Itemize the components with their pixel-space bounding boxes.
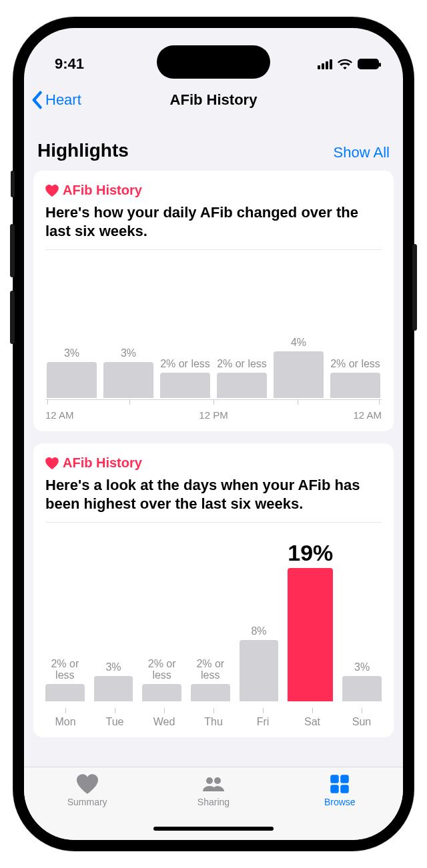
bar-value-label: 4% — [291, 337, 306, 349]
axis-tick-label: Tue — [106, 716, 124, 728]
svg-rect-3 — [341, 775, 350, 783]
back-label: Heart — [45, 91, 81, 109]
bar-highlight — [288, 568, 333, 701]
dynamic-island — [157, 45, 270, 79]
svg-rect-4 — [331, 785, 340, 793]
people-icon — [203, 774, 224, 794]
bar-value-label: 8% — [251, 625, 266, 637]
status-time: 9:41 — [55, 55, 84, 73]
bar-value-label: 2% or less — [160, 358, 210, 370]
volume-up-button — [10, 224, 15, 277]
bar — [94, 676, 133, 701]
x-axis: 12 AM 12 PM 12 AM — [45, 399, 382, 422]
bar — [274, 351, 324, 398]
axis-tick-label: Sat — [304, 716, 320, 728]
svg-rect-5 — [341, 785, 350, 793]
bar — [191, 684, 230, 701]
bar — [330, 373, 380, 398]
axis-tick-label: Thu — [204, 716, 223, 728]
bar-value-label-highlight: 19% — [288, 541, 333, 565]
tab-label: Sharing — [197, 797, 230, 807]
bar — [217, 373, 267, 398]
axis-tick-label: 12 AM — [45, 409, 74, 422]
bar-value-label: 2% or less — [191, 658, 230, 681]
tab-summary[interactable]: Summary — [24, 774, 150, 840]
power-button — [412, 244, 417, 331]
axis-tick-label: Wed — [153, 716, 175, 728]
tab-label: Browse — [324, 797, 356, 807]
bar — [142, 684, 181, 701]
bar — [103, 362, 153, 398]
svg-rect-2 — [331, 775, 340, 783]
bar — [47, 362, 97, 398]
heart-icon — [45, 185, 59, 197]
card-category-label: AFib History — [63, 455, 142, 471]
bar — [160, 373, 210, 398]
wifi-icon — [338, 58, 352, 70]
x-axis: Mon Tue Wed Thu Fri Sat Sun — [45, 708, 382, 728]
content-area: Highlights Show All AFib History Here's … — [24, 119, 403, 737]
axis-tick-label: 12 PM — [199, 409, 228, 421]
tab-browse[interactable]: Browse — [277, 774, 403, 840]
card-description: Here's a look at the days when your AFib… — [45, 476, 382, 523]
home-indicator — [153, 827, 274, 831]
highlight-card-daily[interactable]: AFib History Here's how your daily AFib … — [33, 171, 394, 431]
bar-value-label: 2% or less — [217, 358, 267, 370]
bar-value-label: 3% — [64, 347, 79, 359]
bar — [45, 684, 85, 701]
section-title: Highlights — [37, 140, 129, 161]
svg-point-1 — [214, 777, 221, 784]
cellular-icon — [318, 59, 332, 69]
svg-point-0 — [206, 777, 213, 784]
mute-switch — [11, 171, 15, 197]
navigation-bar: Heart AFib History — [24, 81, 403, 119]
tab-label: Summary — [67, 797, 107, 807]
heart-icon — [77, 774, 98, 794]
card-category: AFib History — [45, 455, 382, 471]
chart-bars: 2% or less 3% 2% or less — [45, 535, 382, 701]
bar-value-label: 2% or less — [45, 658, 85, 681]
battery-icon — [358, 59, 379, 69]
back-button[interactable]: Heart — [31, 81, 81, 119]
chart-bars: 3% 3% 2% or less — [45, 278, 382, 398]
axis-tick-label: 12 AM — [353, 409, 382, 422]
highlight-card-weekday[interactable]: AFib History Here's a look at the days w… — [33, 443, 394, 737]
iphone-frame: 9:41 Heart — [13, 17, 414, 851]
afib-weekday-chart: 2% or less 3% 2% or less — [45, 528, 382, 728]
afib-daily-chart: 3% 3% 2% or less — [45, 255, 382, 422]
chevron-left-icon — [31, 91, 43, 109]
volume-down-button — [10, 291, 15, 344]
bar-value-label: 3% — [121, 347, 136, 359]
bar — [240, 640, 279, 701]
card-category-label: AFib History — [63, 183, 142, 198]
bar-value-label: 2% or less — [330, 358, 380, 370]
card-category: AFib History — [45, 183, 382, 198]
bar-value-label: 2% or less — [142, 658, 181, 681]
page-title: AFib History — [170, 91, 258, 109]
bar — [342, 676, 382, 701]
heart-icon — [45, 457, 59, 469]
axis-tick-label: Sun — [352, 716, 371, 728]
grid-icon — [329, 774, 350, 794]
axis-tick-label: Fri — [257, 716, 270, 728]
card-description: Here's how your daily AFib changed over … — [45, 203, 382, 250]
show-all-button[interactable]: Show All — [334, 144, 390, 161]
bar-value-label: 3% — [105, 661, 121, 673]
bar-value-label: 3% — [354, 661, 370, 673]
axis-tick-label: Mon — [55, 716, 75, 728]
